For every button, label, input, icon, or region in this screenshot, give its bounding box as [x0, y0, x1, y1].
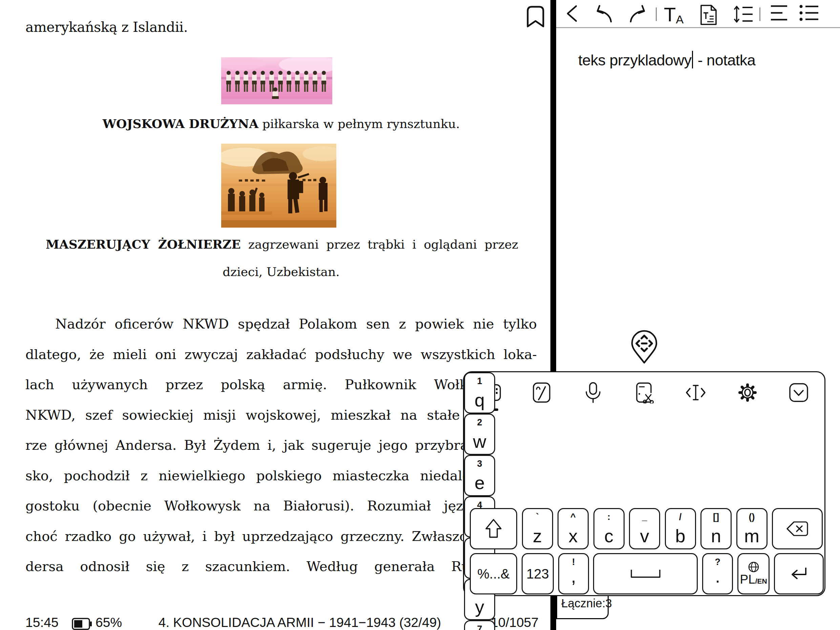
- key-comma[interactable]: ! ,: [558, 553, 589, 594]
- key-numbers[interactable]: 123: [522, 553, 554, 594]
- book-paragraph: Nadzór oficerów NKWD spędzał Polakom sen…: [25, 309, 537, 582]
- key-b[interactable]: /b: [665, 508, 696, 549]
- book-text-line: rze głównej Andersa. Był Żydem i, jak su…: [25, 430, 537, 461]
- cursor-select-icon[interactable]: [685, 382, 706, 403]
- text-cursor: [692, 51, 693, 68]
- photo-caption: MASZERUJĄCY ŻOŁNIERZE zagrzewani przez t…: [46, 237, 518, 251]
- book-photo-marching-soldiers: [221, 144, 336, 227]
- undo-icon[interactable]: [593, 4, 614, 24]
- key-period[interactable]: ? .: [702, 553, 733, 594]
- text-size-icon[interactable]: TA: [664, 5, 684, 25]
- key-e[interactable]: 3e: [464, 455, 495, 496]
- key-z[interactable]: `z: [522, 508, 553, 549]
- keyboard-drag-handle-icon[interactable]: [630, 329, 658, 365]
- redo-icon[interactable]: [627, 4, 649, 24]
- key-shift[interactable]: [470, 508, 517, 549]
- key-backspace[interactable]: [772, 508, 823, 549]
- bullet-list-icon[interactable]: [799, 4, 819, 22]
- book-text-line: lach używanych przez polską armię. Pułko…: [25, 369, 537, 400]
- keyboard-settings-icon[interactable]: [737, 382, 758, 403]
- key-symbols[interactable]: %...&: [470, 553, 517, 594]
- book-text-line: gostoku (obecnie Wołkowysk na Białorusi)…: [25, 491, 537, 521]
- book-text-line: sko, pochodził z niewielkiego polskiego …: [25, 461, 537, 491]
- book-text-line: Nadzór oficerów NKWD spędzał Polakom sen…: [25, 309, 537, 339]
- key-space[interactable]: [593, 553, 698, 594]
- clipboard-cut-icon[interactable]: [635, 382, 655, 403]
- photo-caption-line2: dzieci, Uzbekistan.: [25, 265, 537, 279]
- photo-caption: WOJSKOWA DRUŻYNA piłkarska w pełnym ryns…: [25, 117, 537, 131]
- key-enter[interactable]: [774, 553, 824, 594]
- note-text-input[interactable]: teks przykladowy - notatka: [578, 51, 755, 69]
- toolbar-separator: [656, 8, 657, 21]
- status-time: 15:45: [25, 615, 58, 630]
- status-chapter-title: 4. KONSOLIDACJA ARMII − 1941−1943 (32/49…: [115, 615, 484, 630]
- handwriting-icon[interactable]: [532, 382, 551, 403]
- key-m[interactable]: ()m: [736, 508, 767, 549]
- text-template-icon[interactable]: [698, 4, 717, 26]
- book-text-line: NKWD, szef sowieckiej misji wojskowej, m…: [25, 400, 537, 431]
- caption-rest: piłkarska w pełnym rynsztunku.: [259, 117, 459, 131]
- key-v[interactable]: _v: [629, 508, 660, 549]
- bookmark-icon[interactable]: [526, 5, 545, 29]
- book-photo-football-team: [221, 57, 332, 104]
- note-text-before-cursor: teks przykladowy: [578, 52, 692, 69]
- key-w[interactable]: 2w: [464, 414, 495, 455]
- book-text-line: choć rzadko go używał, i był uprzedzając…: [25, 521, 537, 552]
- text-alignment-icon[interactable]: [769, 4, 788, 22]
- book-text-line: dlatego, że mieli oni zwyczaj zakładać p…: [25, 339, 537, 370]
- battery-icon: [72, 617, 93, 630]
- key-q[interactable]: 1q: [464, 372, 495, 414]
- key-language[interactable]: PL/EN: [737, 553, 769, 594]
- line-spacing-icon[interactable]: [733, 4, 753, 24]
- book-text-line: amerykańską z Islandii.: [25, 19, 188, 35]
- caption-lead: WOJSKOWA DRUŻYNA: [103, 117, 259, 131]
- key-x[interactable]: ^x: [557, 508, 589, 549]
- toolbar-separator: [759, 8, 760, 21]
- note-text-after-cursor: - notatka: [694, 52, 756, 69]
- toolbar-divider-line: [556, 27, 840, 28]
- key-u[interactable]: 7u: [464, 620, 495, 630]
- key-n[interactable]: []n: [701, 508, 732, 549]
- virtual-keyboard[interactable]: 1q2w3e4r5t6y7u8i9o0p =a@sd;f#g+h-j"k'l `…: [463, 371, 826, 596]
- ereader-screen: amerykańską z Islandii.: [0, 0, 840, 630]
- hide-keyboard-icon[interactable]: [788, 382, 809, 403]
- globe-icon: [748, 561, 759, 573]
- book-text-line: dersa odnosił się z szacunkiem. Według g…: [25, 551, 537, 582]
- caption-rest: zagrzewani przez trąbki i oglądani przez: [241, 237, 518, 251]
- key-c[interactable]: :c: [594, 508, 625, 549]
- caption-lead: MASZERUJĄCY ŻOŁNIERZE: [46, 237, 241, 251]
- back-icon[interactable]: [565, 4, 579, 23]
- voice-input-icon[interactable]: [582, 382, 604, 403]
